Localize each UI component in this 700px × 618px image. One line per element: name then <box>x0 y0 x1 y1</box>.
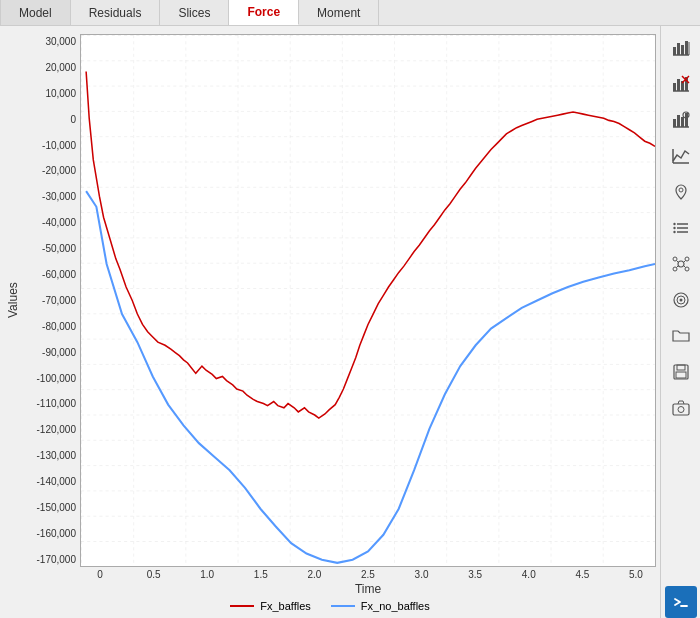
svg-line-40 <box>684 266 686 268</box>
tab-moment[interactable]: Moment <box>299 0 379 25</box>
svg-point-48 <box>678 407 684 413</box>
y-tick: 10,000 <box>45 88 76 99</box>
legend: Fx_bafflesFx_no_baffles <box>4 600 656 614</box>
tab-residuals[interactable]: Residuals <box>71 0 161 25</box>
svg-point-33 <box>673 257 677 261</box>
legend-line-fx_baffles <box>230 605 254 607</box>
svg-point-35 <box>673 267 677 271</box>
chart-x-icon[interactable] <box>665 68 697 100</box>
x-tick: 2.0 <box>294 569 334 580</box>
y-tick: -30,000 <box>42 191 76 202</box>
x-tick: 4.0 <box>509 569 549 580</box>
y-tick: -50,000 <box>42 243 76 254</box>
x-tick: 0 <box>80 569 120 580</box>
chart-bar-icon[interactable] <box>665 32 697 64</box>
y-tick: -80,000 <box>42 321 76 332</box>
svg-line-37 <box>676 261 678 263</box>
top-nav: Model Residuals Slices Force Moment <box>0 0 700 26</box>
svg-rect-19 <box>681 117 684 127</box>
terminal-icon[interactable] <box>665 586 697 618</box>
y-tick: -100,000 <box>37 373 76 384</box>
y-tick: -170,000 <box>37 554 76 565</box>
y-tick: -160,000 <box>37 528 76 539</box>
svg-rect-4 <box>673 47 676 55</box>
svg-point-43 <box>679 299 682 302</box>
svg-rect-7 <box>685 41 688 55</box>
y-tick: -120,000 <box>37 424 76 435</box>
svg-rect-5 <box>677 43 680 55</box>
svg-line-38 <box>684 261 686 263</box>
svg-rect-20 <box>685 113 688 127</box>
svg-point-31 <box>673 231 675 233</box>
tab-model[interactable]: Model <box>0 0 71 25</box>
svg-line-39 <box>676 266 678 268</box>
x-tick: 2.5 <box>348 569 388 580</box>
chart-container: Values 30,00020,00010,0000-10,000-20,000… <box>0 26 660 618</box>
y-tick: -110,000 <box>37 398 76 409</box>
svg-rect-47 <box>673 404 689 415</box>
y-tick: -20,000 <box>42 165 76 176</box>
x-tick: 3.0 <box>402 569 442 580</box>
legend-label-fx_baffles: Fx_baffles <box>260 600 311 612</box>
y-tick: -150,000 <box>37 502 76 513</box>
y-tick: 30,000 <box>45 36 76 47</box>
target-icon[interactable] <box>665 284 697 316</box>
svg-rect-6 <box>681 45 684 55</box>
x-tick: 0.5 <box>134 569 174 580</box>
x-tick: 1.5 <box>241 569 281 580</box>
save-icon[interactable] <box>665 356 697 388</box>
svg-point-29 <box>673 223 675 225</box>
svg-rect-10 <box>673 83 676 91</box>
y-tick: -90,000 <box>42 347 76 358</box>
tab-slices[interactable]: Slices <box>160 0 229 25</box>
legend-label-fx_no_baffles: Fx_no_baffles <box>361 600 430 612</box>
x-tick: 5.0 <box>616 569 656 580</box>
legend-line-fx_no_baffles <box>331 605 355 607</box>
x-ticks: 00.51.01.52.02.53.03.54.04.55.0 <box>80 567 656 580</box>
y-tick: -130,000 <box>37 450 76 461</box>
svg-rect-18 <box>677 115 680 127</box>
y-tick: 0 <box>70 114 76 125</box>
chart-with-axes: Values 30,00020,00010,0000-10,000-20,000… <box>4 34 656 567</box>
chart-plot-area[interactable] <box>80 34 656 567</box>
svg-rect-45 <box>677 365 685 370</box>
y-tick: -40,000 <box>42 217 76 228</box>
y-axis-ticks: 30,00020,00010,0000-10,000-20,000-30,000… <box>22 34 80 567</box>
svg-point-34 <box>685 257 689 261</box>
camera-icon[interactable] <box>665 392 697 424</box>
tab-force[interactable]: Force <box>229 0 299 25</box>
svg-point-36 <box>685 267 689 271</box>
right-sidebar <box>660 26 700 618</box>
chart-settings-icon[interactable] <box>665 104 697 136</box>
svg-point-25 <box>679 188 683 192</box>
svg-rect-17 <box>673 119 676 127</box>
folder-icon[interactable] <box>665 320 697 352</box>
y-tick: -60,000 <box>42 269 76 280</box>
svg-rect-46 <box>676 372 686 378</box>
y-tick: 20,000 <box>45 62 76 73</box>
location-icon[interactable] <box>665 176 697 208</box>
y-tick: -10,000 <box>42 140 76 151</box>
x-tick: 3.5 <box>455 569 495 580</box>
y-tick: -70,000 <box>42 295 76 306</box>
x-axis-label: Time <box>80 582 656 596</box>
list-icon[interactable] <box>665 212 697 244</box>
x-tick: 4.5 <box>562 569 602 580</box>
x-tick: 1.0 <box>187 569 227 580</box>
legend-item-fx_baffles: Fx_baffles <box>230 600 311 612</box>
graph-icon[interactable] <box>665 248 697 280</box>
y-axis-label: Values <box>4 34 22 567</box>
y-tick: -140,000 <box>37 476 76 487</box>
main-content: Values 30,00020,00010,0000-10,000-20,000… <box>0 26 700 618</box>
svg-point-30 <box>673 227 675 229</box>
legend-item-fx_no_baffles: Fx_no_baffles <box>331 600 430 612</box>
svg-point-32 <box>678 261 684 267</box>
svg-rect-11 <box>677 79 680 91</box>
svg-rect-3 <box>81 35 655 566</box>
chart-line-icon[interactable] <box>665 140 697 172</box>
x-axis-area: 00.51.01.52.02.53.03.54.04.55.0 Time <box>80 567 656 596</box>
